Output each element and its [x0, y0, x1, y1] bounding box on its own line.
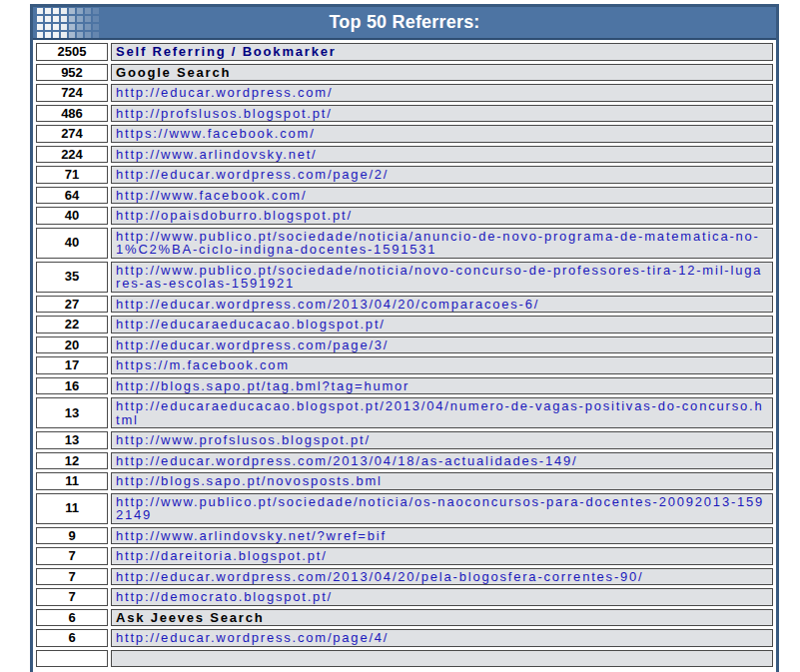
referrer-count: 7 — [36, 547, 108, 565]
table-row: 17 https://m.facebook.com — [36, 356, 773, 374]
referrer-cell: http://profslusos.blogspot.pt/ — [111, 105, 773, 123]
referrer-link[interactable]: http://profslusos.blogspot.pt/ — [116, 107, 768, 121]
referrer-count: 40 — [36, 228, 108, 259]
referrer-cell: http://educaraeducacao.blogspot.pt/2013/… — [111, 397, 773, 428]
table-row: 27 http://educar.wordpress.com/2013/04/2… — [36, 296, 773, 314]
referrer-count: 16 — [36, 377, 108, 395]
table-row: 40 http://opaisdoburro.blogspot.pt/ — [36, 207, 773, 225]
referrer-link[interactable]: http://blogs.sapo.pt/tag.bml?tag=humor — [116, 379, 768, 393]
table-row: 952 Google Search — [36, 64, 773, 82]
referrer-link[interactable]: http://educar.wordpress.com/2013/04/18/a… — [116, 454, 768, 468]
referrer-cell: http://democrato.blogspot.pt/ — [111, 588, 773, 606]
referrer-count — [36, 650, 108, 667]
referrer-count: 6 — [36, 629, 108, 647]
referrer-count: 7 — [36, 568, 108, 586]
referrer-cell: http://www.publico.pt/sociedade/noticia/… — [111, 493, 773, 524]
table-row: 6 Ask Jeeves Search — [36, 609, 773, 627]
referrer-cell — [111, 650, 773, 667]
table-row: 20 http://educar.wordpress.com/page/3/ — [36, 336, 773, 354]
referrer-count: 22 — [36, 316, 108, 334]
table-row: 40 http://www.publico.pt/sociedade/notic… — [36, 228, 773, 259]
referrer-label — [116, 652, 768, 665]
referrer-count: 724 — [36, 84, 108, 102]
table-row: 724 http://educar.wordpress.com/ — [36, 84, 773, 102]
table-row: 71 http://educar.wordpress.com/page/2/ — [36, 166, 773, 184]
table-row: 7 http://educar.wordpress.com/2013/04/20… — [36, 568, 773, 586]
referrer-cell: http://educar.wordpress.com/2013/04/20/c… — [111, 296, 773, 314]
referrer-count: 27 — [36, 296, 108, 314]
table-row: 486 http://profslusos.blogspot.pt/ — [36, 105, 773, 123]
referrer-link[interactable]: http://educaraeducacao.blogspot.pt/ — [116, 318, 768, 332]
referrer-link[interactable]: http://www.publico.pt/sociedade/noticia/… — [116, 495, 768, 522]
table-row: 9 http://www.arlindovsky.net/?wref=bif — [36, 527, 773, 545]
table-row: 22 http://educaraeducacao.blogspot.pt/ — [36, 316, 773, 334]
referrer-cell: http://dareitoria.blogspot.pt/ — [111, 547, 773, 565]
table-row: 274 https://www.facebook.com/ — [36, 125, 773, 143]
referrer-cell: https://www.facebook.com/ — [111, 125, 773, 143]
referrer-link[interactable]: http://www.facebook.com/ — [116, 189, 768, 203]
referrer-link[interactable]: http://educar.wordpress.com/page/2/ — [116, 168, 768, 182]
referrer-count: 11 — [36, 493, 108, 524]
referrer-cell: Self Referring / Bookmarker — [111, 43, 773, 61]
referrer-link[interactable]: http://www.arlindovsky.net/ — [116, 148, 768, 162]
referrer-cell: http://blogs.sapo.pt/tag.bml?tag=humor — [111, 377, 773, 395]
referrer-cell: https://m.facebook.com — [111, 356, 773, 374]
referrer-count: 71 — [36, 166, 108, 184]
page-title: Top 50 Referrers: — [33, 12, 776, 33]
referrer-link[interactable]: http://educar.wordpress.com/page/4/ — [116, 631, 768, 645]
table-row: 35 http://www.publico.pt/sociedade/notic… — [36, 262, 773, 293]
referrer-cell: http://www.facebook.com/ — [111, 187, 773, 205]
referrer-stats-page: { "header": { "title": "Top 50 Referrers… — [0, 0, 800, 672]
referrer-link[interactable]: https://www.facebook.com/ — [116, 127, 768, 141]
table-row: 13 http://www.profslusos.blogspot.pt/ — [36, 431, 773, 449]
referrer-cell: http://www.publico.pt/sociedade/noticia/… — [111, 262, 773, 293]
table-row: 7 http://dareitoria.blogspot.pt/ — [36, 547, 773, 565]
referrer-count: 11 — [36, 472, 108, 490]
referrer-count: 64 — [36, 187, 108, 205]
referrer-count: 20 — [36, 336, 108, 354]
referrer-label: Ask Jeeves Search — [116, 611, 768, 625]
table-row: 12 http://educar.wordpress.com/2013/04/1… — [36, 452, 773, 470]
referrer-cell: http://educar.wordpress.com/page/3/ — [111, 336, 773, 354]
referrer-link[interactable]: http://educar.wordpress.com/2013/04/20/c… — [116, 298, 768, 312]
referrer-cell: http://educar.wordpress.com/page/4/ — [111, 629, 773, 647]
table-row: 11 http://www.publico.pt/sociedade/notic… — [36, 493, 773, 524]
referrer-cell: http://www.arlindovsky.net/?wref=bif — [111, 527, 773, 545]
referrer-cell: http://blogs.sapo.pt/novosposts.bml — [111, 472, 773, 490]
referrer-cell: http://educar.wordpress.com/2013/04/18/a… — [111, 452, 773, 470]
referrer-count: 13 — [36, 431, 108, 449]
referrer-cell: http://educar.wordpress.com/2013/04/20/p… — [111, 568, 773, 586]
referrer-count: 9 — [36, 527, 108, 545]
referrer-link[interactable]: http://educar.wordpress.com/ — [116, 86, 768, 100]
report-header: Top 50 Referrers: — [33, 7, 776, 40]
referrer-link[interactable]: http://democrato.blogspot.pt/ — [116, 590, 768, 604]
referrer-cell: http://educar.wordpress.com/page/2/ — [111, 166, 773, 184]
referrer-count: 486 — [36, 105, 108, 123]
referrer-link[interactable]: http://educar.wordpress.com/page/3/ — [116, 338, 768, 352]
referrer-label: Self Referring / Bookmarker — [116, 45, 768, 59]
referrer-link[interactable]: http://www.arlindovsky.net/?wref=bif — [116, 529, 768, 543]
table-row: 6 http://educar.wordpress.com/page/4/ — [36, 629, 773, 647]
referrer-cell: http://educaraeducacao.blogspot.pt/ — [111, 316, 773, 334]
referrer-link[interactable]: http://dareitoria.blogspot.pt/ — [116, 549, 768, 563]
referrer-link[interactable]: https://m.facebook.com — [116, 358, 768, 372]
referrer-cell: http://www.arlindovsky.net/ — [111, 146, 773, 164]
table-row: 64 http://www.facebook.com/ — [36, 187, 773, 205]
referrer-count: 17 — [36, 356, 108, 374]
referrer-cell: http://www.publico.pt/sociedade/noticia/… — [111, 228, 773, 259]
referrer-count: 6 — [36, 609, 108, 627]
referrer-label: Google Search — [116, 66, 768, 80]
referrer-cell: http://opaisdoburro.blogspot.pt/ — [111, 207, 773, 225]
referrer-link[interactable]: http://www.publico.pt/sociedade/noticia/… — [116, 230, 768, 257]
referrer-link[interactable]: http://educaraeducacao.blogspot.pt/2013/… — [116, 399, 768, 426]
referrer-link[interactable]: http://educar.wordpress.com/2013/04/20/p… — [116, 570, 768, 584]
referrer-link[interactable]: http://www.profslusos.blogspot.pt/ — [116, 433, 768, 447]
referrer-count: 952 — [36, 64, 108, 82]
referrer-cell: Ask Jeeves Search — [111, 609, 773, 627]
referrer-cell: http://educar.wordpress.com/ — [111, 84, 773, 102]
referrer-count: 35 — [36, 262, 108, 293]
referrers-table-body: 2505 Self Referring / Bookmarker 952 Goo… — [36, 43, 773, 667]
referrer-link[interactable]: http://blogs.sapo.pt/novosposts.bml — [116, 474, 768, 488]
referrer-link[interactable]: http://opaisdoburro.blogspot.pt/ — [116, 209, 768, 223]
referrer-link[interactable]: http://www.publico.pt/sociedade/noticia/… — [116, 264, 768, 291]
